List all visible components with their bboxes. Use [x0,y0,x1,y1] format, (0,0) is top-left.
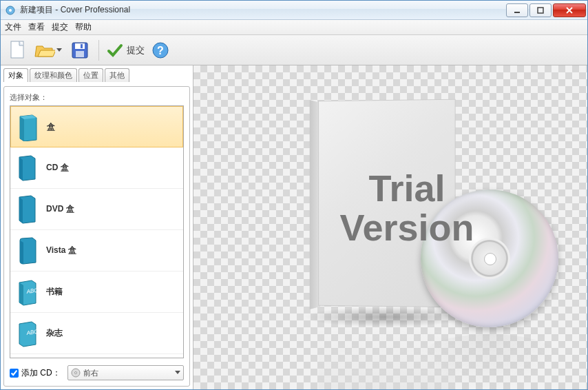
preview-area[interactable]: Trial Version [193,65,587,389]
svg-rect-2 [514,12,520,13]
object-item-book[interactable]: ABC 书籍 [10,271,183,313]
add-cd-input[interactable] [10,369,19,378]
open-dropdown[interactable] [55,48,63,52]
svg-marker-13 [20,116,24,141]
tab-texture[interactable]: 纹理和颜色 [30,68,77,82]
object-item-magazine[interactable]: ABC 杂志 [10,313,183,354]
chevron-down-icon [175,371,180,375]
save-icon [71,41,89,59]
close-icon [565,7,574,14]
tab-position[interactable]: 位置 [78,68,103,82]
submit-label: 提交 [127,44,145,57]
help-button[interactable]: ? [149,39,172,62]
tab-other[interactable]: 其他 [105,68,129,82]
object-label: 杂志 [46,327,63,339]
object-item-vista-box[interactable]: Vista 盒 [10,230,183,271]
svg-rect-8 [76,51,84,57]
toolbar-separator [98,40,99,61]
object-item-dvd-box[interactable]: DVD 盒 [10,189,183,230]
folder-open-icon [34,41,55,59]
window-controls [505,3,586,17]
minimize-button[interactable] [506,3,528,17]
client-area: 对象 纹理和颜色 位置 其他 选择对象： 盒 CD 盒 [1,65,587,389]
menu-view[interactable]: 查看 [28,21,45,33]
titlebar: 新建项目 - Cover Professional [1,1,587,20]
menu-file[interactable]: 文件 [5,21,21,33]
svg-marker-5 [56,48,62,52]
object-list[interactable]: 盒 CD 盒 DVD 盒 Vista 盒 ABC [10,105,184,358]
svg-rect-7 [75,43,85,49]
app-window: 新建项目 - Cover Professional 文件 查看 提交 帮助 [0,0,588,390]
save-button[interactable] [68,39,92,62]
help-icon: ? [151,41,169,59]
svg-point-25 [74,372,76,374]
menu-help[interactable]: 帮助 [75,21,92,33]
submit-button[interactable]: 提交 [106,41,145,59]
menu-submit[interactable]: 提交 [52,21,68,33]
svg-marker-20 [19,283,23,305]
select-object-label: 选择对象： [10,92,184,103]
cd-small-icon [71,368,81,378]
cd-box-icon [16,153,38,183]
cd-reflection [421,334,558,389]
window-title: 新建项目 - Cover Professional [20,4,505,16]
tab-objects[interactable]: 对象 [3,68,28,82]
app-icon [5,5,16,16]
svg-rect-3 [538,8,543,13]
object-label: 盒 [47,121,55,133]
checkmark-icon [106,41,124,59]
chevron-down-icon [56,48,62,52]
object-label: Vista 盒 [46,245,76,256]
panel-tabs: 对象 纹理和颜色 位置 其他 [3,67,190,82]
new-file-icon [9,40,27,61]
new-button[interactable] [6,39,30,62]
cd-position-select[interactable]: 前右 [67,365,184,380]
open-button[interactable] [34,39,64,62]
minimize-icon [514,7,521,14]
cd-position-value: 前右 [83,368,172,378]
magazine-icon: ABC [16,318,38,349]
maximize-icon [537,7,544,14]
svg-text:?: ? [157,45,164,57]
cd-render [421,189,558,327]
object-label: DVD 盒 [46,203,74,215]
box-icon [17,112,39,142]
svg-marker-18 [19,197,23,223]
add-cd-checkbox[interactable]: 添加 CD： [10,367,61,379]
svg-rect-9 [81,44,83,48]
close-button[interactable] [553,3,586,17]
object-item-box[interactable]: 盒 [10,106,183,147]
vista-box-icon [16,236,38,266]
left-panel: 对象 纹理和颜色 位置 其他 选择对象： 盒 CD 盒 [1,65,193,389]
add-cd-label: 添加 CD： [21,367,61,379]
dvd-box-icon [16,194,38,225]
maximize-button[interactable] [529,3,552,17]
book-icon: ABC [16,277,38,307]
menubar: 文件 查看 提交 帮助 [1,20,587,35]
svg-point-1 [9,9,12,12]
object-label: CD 盒 [46,162,69,174]
add-cd-row: 添加 CD： 前右 [10,365,184,380]
svg-marker-16 [19,157,23,181]
objects-panel: 选择对象： 盒 CD 盒 DVD 盒 [3,86,190,387]
svg-marker-26 [175,371,180,374]
toolbar: 提交 ? [1,35,587,65]
object-item-cd-box[interactable]: CD 盒 [10,147,183,189]
object-label: 书籍 [46,286,63,298]
